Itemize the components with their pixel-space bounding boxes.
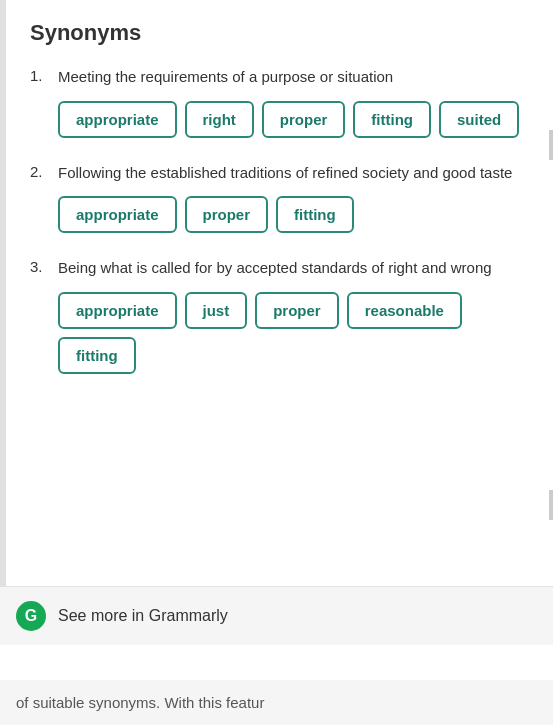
synonym-tag[interactable]: appropriate (58, 196, 177, 233)
synonyms-title: Synonyms (30, 20, 533, 46)
grammarly-see-more-label: See more in Grammarly (58, 607, 228, 625)
grammarly-icon: G (16, 601, 46, 631)
definition-block-2: 2. Following the established traditions … (30, 162, 533, 234)
definition-block-3: 3. Being what is called for by accepted … (30, 257, 533, 374)
def-text-3: Being what is called for by accepted sta… (58, 257, 492, 280)
definition-header-2: 2. Following the established traditions … (30, 162, 533, 185)
synonym-tags-2: appropriate proper fitting (58, 196, 533, 233)
def-number-1: 1. (30, 67, 58, 84)
synonym-tag[interactable]: appropriate (58, 101, 177, 138)
synonym-tag[interactable]: proper (185, 196, 269, 233)
synonym-tag[interactable]: suited (439, 101, 519, 138)
bottom-text: of suitable synonyms. With this featur (0, 680, 553, 725)
synonym-tag[interactable]: appropriate (58, 292, 177, 329)
definition-block-1: 1. Meeting the requirements of a purpose… (30, 66, 533, 138)
grammarly-footer[interactable]: G See more in Grammarly (0, 586, 553, 645)
synonym-tags-1: appropriate right proper fitting suited (58, 101, 533, 138)
def-text-2: Following the established traditions of … (58, 162, 512, 185)
synonym-tag[interactable]: proper (255, 292, 339, 329)
synonym-tag[interactable]: fitting (58, 337, 136, 374)
def-number-2: 2. (30, 163, 58, 180)
def-text-1: Meeting the requirements of a purpose or… (58, 66, 393, 89)
grammarly-icon-letter: G (25, 607, 37, 625)
definition-header-1: 1. Meeting the requirements of a purpose… (30, 66, 533, 89)
synonym-tags-3: appropriate just proper reasonable fitti… (58, 292, 533, 374)
synonyms-panel: Synonyms 1. Meeting the requirements of … (0, 0, 553, 418)
synonym-tag[interactable]: just (185, 292, 248, 329)
synonym-tag[interactable]: fitting (353, 101, 431, 138)
right-border-accent-2 (549, 490, 553, 520)
definition-header-3: 3. Being what is called for by accepted … (30, 257, 533, 280)
synonym-tag[interactable]: reasonable (347, 292, 462, 329)
synonym-tag[interactable]: fitting (276, 196, 354, 233)
main-container: Synonyms 1. Meeting the requirements of … (0, 0, 553, 725)
synonym-tag[interactable]: proper (262, 101, 346, 138)
synonym-tag[interactable]: right (185, 101, 254, 138)
def-number-3: 3. (30, 258, 58, 275)
